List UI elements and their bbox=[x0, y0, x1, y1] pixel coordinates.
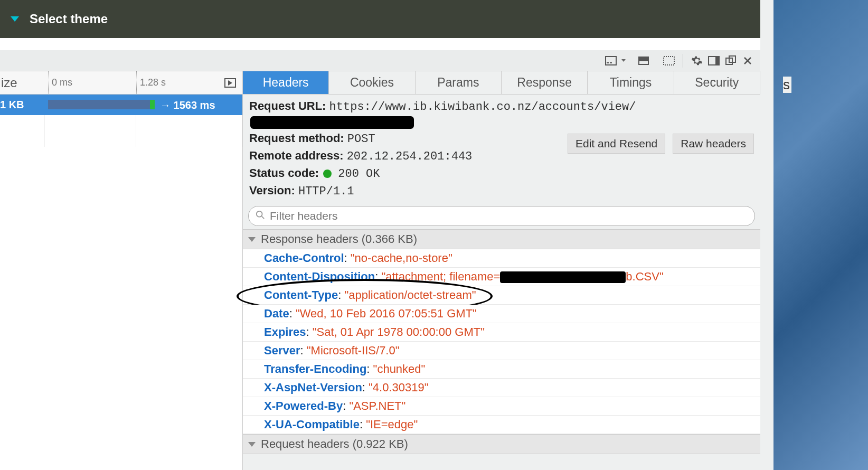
header-row[interactable]: Date: "Wed, 10 Feb 2016 07:05:51 GMT" bbox=[243, 305, 760, 323]
header-name: Expires bbox=[264, 325, 306, 339]
filter-headers-input[interactable] bbox=[248, 206, 755, 226]
header-value: "Microsoft-IIS/7.0" bbox=[307, 344, 400, 357]
section-label: Response headers (0.366 KB) bbox=[261, 232, 417, 246]
status-value: 200 OK bbox=[338, 167, 380, 181]
redaction bbox=[250, 116, 414, 129]
header-name: Server bbox=[264, 344, 300, 357]
timeline-axis: 0 ms 1.28 s bbox=[45, 71, 242, 94]
header-value: "4.0.30319" bbox=[369, 381, 429, 394]
search-icon bbox=[256, 210, 265, 222]
responsive-icon[interactable] bbox=[662, 53, 676, 68]
response-headers-list: Cache-Control: "no-cache,no-store"Conten… bbox=[243, 249, 760, 434]
header-row[interactable]: Server: "Microsoft-IIS/7.0" bbox=[243, 342, 760, 360]
header-value: "no-cache,no-store" bbox=[351, 251, 452, 265]
panel-toggle-icon[interactable] bbox=[603, 53, 618, 68]
remote-label: Remote address: bbox=[249, 149, 344, 162]
status-label: Status code: bbox=[249, 166, 319, 180]
raw-headers-button[interactable]: Raw headers bbox=[673, 134, 754, 154]
url-label: Request URL: bbox=[249, 99, 326, 112]
header-row[interactable]: X-AspNet-Version: "4.0.30319" bbox=[243, 379, 760, 397]
timing-bar-wait bbox=[48, 100, 150, 109]
tab-cookies[interactable]: Cookies bbox=[329, 71, 415, 94]
header-name: Content-Type bbox=[264, 288, 338, 302]
header-value: "Sat, 01 Apr 1978 00:00:00 GMT" bbox=[313, 325, 485, 339]
dropdown-caret-icon[interactable] bbox=[621, 59, 626, 62]
svg-rect-0 bbox=[606, 57, 616, 65]
desktop-strip: s bbox=[773, 0, 868, 470]
header-value: "attachment; filename= bbox=[381, 270, 500, 283]
header-value: "IE=edge" bbox=[366, 418, 418, 431]
header-value: b.CSV" bbox=[626, 270, 663, 283]
header-name: Transfer-Encoding bbox=[264, 362, 366, 375]
header-row[interactable]: Content-Type: "application/octet-stream" bbox=[243, 286, 760, 305]
request-summary: Request URL: https://www.ib.kiwibank.co.… bbox=[243, 95, 760, 206]
header-value: "Wed, 10 Feb 2016 07:05:51 GMT" bbox=[296, 307, 477, 320]
svg-rect-2 bbox=[610, 62, 612, 63]
version-value: HTTP/1.1 bbox=[298, 185, 354, 198]
dock-side-icon[interactable] bbox=[706, 53, 721, 68]
header-row[interactable]: X-Powered-By: "ASP.NET" bbox=[243, 397, 760, 416]
header-name: X-Powered-By bbox=[264, 399, 343, 412]
svg-point-10 bbox=[257, 211, 262, 217]
size-column-header[interactable]: ize bbox=[0, 76, 45, 90]
svg-rect-5 bbox=[664, 57, 674, 65]
tab-params[interactable]: Params bbox=[416, 71, 502, 94]
svg-rect-4 bbox=[639, 61, 648, 64]
header-name: Cache-Control bbox=[264, 251, 344, 265]
timing-bar-area: → 1563 ms bbox=[45, 95, 242, 115]
method-label: Request method: bbox=[249, 131, 344, 145]
header-row[interactable]: Transfer-Encoding: "chunked" bbox=[243, 360, 760, 379]
status-dot-icon bbox=[323, 170, 332, 178]
devtools-toolbar bbox=[0, 50, 760, 71]
header-row[interactable]: Cache-Control: "no-cache,no-store" bbox=[243, 249, 760, 268]
tab-security[interactable]: Security bbox=[674, 71, 760, 94]
response-headers-section[interactable]: Response headers (0.366 KB) bbox=[243, 229, 760, 249]
split-view-icon[interactable] bbox=[636, 53, 651, 68]
header-value: "chunked" bbox=[373, 362, 426, 375]
chevron-down-icon bbox=[248, 442, 256, 447]
timing-bar-receive bbox=[150, 100, 155, 109]
timeline-tick: 0 ms bbox=[48, 71, 72, 94]
gear-icon[interactable] bbox=[690, 53, 704, 68]
tab-timings[interactable]: Timings bbox=[588, 71, 674, 94]
close-icon[interactable] bbox=[740, 53, 755, 68]
main: ize 0 ms 1.28 s 1 KB → 1563 ms Headers C… bbox=[0, 71, 760, 470]
svg-rect-1 bbox=[607, 62, 609, 63]
section-label: Request headers (0.922 KB) bbox=[261, 437, 408, 451]
header-value: "ASP.NET" bbox=[349, 399, 405, 412]
header-name: X-AspNet-Version bbox=[264, 381, 362, 394]
edit-resend-button[interactable]: Edit and Resend bbox=[568, 134, 665, 154]
tab-response[interactable]: Response bbox=[502, 71, 588, 94]
header-name: X-UA-Compatible bbox=[264, 418, 360, 431]
details-panel: Headers Cookies Params Response Timings … bbox=[243, 71, 760, 470]
divider bbox=[683, 54, 683, 68]
details-tabs: Headers Cookies Params Response Timings … bbox=[243, 71, 760, 95]
svg-rect-7 bbox=[715, 57, 719, 65]
header-row[interactable]: Expires: "Sat, 01 Apr 1978 00:00:00 GMT" bbox=[243, 323, 760, 342]
remote-value: 202.12.254.201:443 bbox=[347, 150, 473, 163]
play-icon[interactable] bbox=[224, 78, 236, 88]
page-title: Select theme bbox=[30, 12, 108, 26]
request-size: 1 KB bbox=[0, 99, 45, 111]
empty-grid bbox=[0, 115, 242, 147]
header-name: Date bbox=[264, 307, 289, 320]
method-value: POST bbox=[347, 133, 375, 146]
url-value: https://www.ib.kiwibank.co.nz/accounts/v… bbox=[329, 100, 636, 114]
header-row[interactable]: Content-Disposition: "attachment; filena… bbox=[243, 268, 760, 286]
redaction bbox=[500, 271, 626, 283]
cropped-char: s bbox=[783, 77, 791, 93]
gap bbox=[0, 38, 760, 50]
request-row[interactable]: 1 KB → 1563 ms bbox=[0, 95, 242, 115]
request-duration: → 1563 ms bbox=[160, 99, 215, 111]
page-header: Select theme bbox=[0, 0, 760, 38]
request-headers-section[interactable]: Request headers (0.922 KB) bbox=[243, 434, 760, 454]
timeline-tick: 1.28 s bbox=[136, 71, 166, 94]
header-value: "application/octet-stream" bbox=[344, 288, 476, 302]
popout-icon[interactable] bbox=[723, 53, 738, 68]
header-row[interactable]: X-UA-Compatible: "IE=edge" bbox=[243, 416, 760, 434]
version-label: Version: bbox=[249, 184, 295, 197]
dropdown-icon[interactable] bbox=[11, 16, 19, 22]
tab-headers[interactable]: Headers bbox=[243, 71, 329, 94]
chevron-down-icon bbox=[248, 237, 256, 242]
header-name: Content-Disposition bbox=[264, 270, 375, 283]
